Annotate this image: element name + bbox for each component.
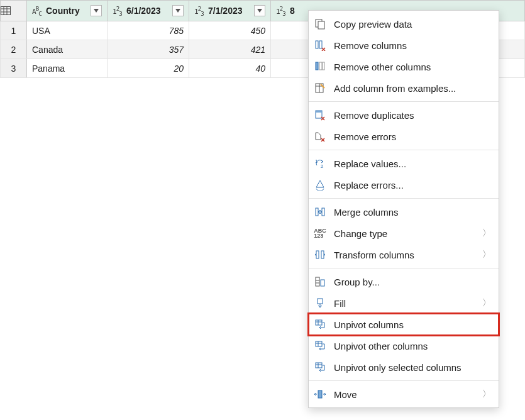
menu-remove-columns[interactable]: Remove columns — [309, 35, 499, 56]
cell-value[interactable]: 20 — [108, 59, 189, 78]
menu-copy-preview[interactable]: Copy preview data — [309, 13, 499, 35]
column-header-6-1-2023[interactable]: 123 6/1/2023 — [108, 1, 189, 21]
svg-rect-11 — [323, 62, 324, 70]
chevron-right-icon: 〉 — [482, 297, 491, 309]
menu-merge-columns[interactable]: Merge columns — [309, 201, 499, 223]
menu-group-by[interactable]: Group by... — [309, 271, 499, 292]
unpivot-other-icon — [314, 340, 326, 352]
column-header-7-1-2023[interactable]: 123 7/1/2023 — [189, 1, 271, 21]
menu-move[interactable]: Move 〉 — [309, 384, 499, 405]
row-number: 1 — [1, 21, 27, 40]
remove-errors-icon — [314, 130, 326, 143]
svg-rect-0 — [1, 7, 11, 15]
change-type-icon: ABC123 — [314, 227, 326, 240]
svg-rect-9 — [316, 62, 318, 70]
svg-rect-37 — [318, 390, 322, 398]
transform-columns-icon — [314, 248, 326, 261]
group-by-icon — [314, 275, 326, 288]
cell-country[interactable]: USA — [27, 21, 108, 40]
svg-rect-7 — [316, 41, 318, 48]
add-column-icon — [314, 82, 326, 94]
cell-value[interactable]: 450 — [189, 21, 271, 40]
cell-value[interactable]: 785 — [108, 21, 189, 40]
menu-unpivot-columns[interactable]: Unpivot columns — [309, 314, 499, 335]
svg-rect-10 — [319, 62, 322, 70]
table-icon — [1, 6, 26, 15]
menu-replace-values[interactable]: 12 Replace values... — [309, 153, 499, 174]
chevron-right-icon: 〉 — [482, 249, 491, 260]
context-menu: Copy preview data Remove columns Remove … — [308, 10, 499, 408]
column-label: 7/1/2023 — [208, 6, 249, 16]
menu-transform-columns[interactable]: Transform columns 〉 — [309, 244, 499, 265]
row-number: 3 — [1, 59, 27, 78]
filter-dropdown-icon[interactable] — [91, 5, 102, 16]
cell-value[interactable]: 357 — [108, 40, 189, 59]
cell-value[interactable]: 40 — [189, 59, 271, 78]
remove-columns-icon — [314, 39, 326, 52]
svg-rect-8 — [319, 41, 322, 48]
remove-other-columns-icon — [314, 60, 326, 73]
svg-rect-28 — [316, 320, 322, 325]
menu-separator — [309, 198, 499, 199]
merge-columns-icon — [314, 206, 326, 218]
filter-dropdown-icon[interactable] — [254, 5, 265, 16]
replace-values-icon: 12 — [314, 157, 326, 170]
cell-country[interactable]: Canada — [27, 40, 108, 59]
cell-value[interactable]: 421 — [189, 40, 271, 59]
menu-remove-other-columns[interactable]: Remove other columns — [309, 56, 499, 77]
svg-rect-16 — [316, 111, 322, 113]
menu-fill[interactable]: Fill 〉 — [309, 292, 499, 314]
menu-separator — [309, 150, 499, 150]
type-number-icon: 123 — [113, 5, 124, 17]
svg-rect-34 — [316, 363, 322, 368]
menu-separator — [309, 101, 499, 102]
remove-duplicates-icon — [314, 109, 326, 121]
move-icon — [314, 388, 326, 401]
chevron-right-icon: 〉 — [482, 228, 491, 239]
menu-change-type[interactable]: ABC123 Change type 〉 — [309, 223, 499, 244]
fill-icon — [314, 297, 326, 309]
svg-rect-22 — [321, 251, 324, 258]
row-number: 2 — [1, 40, 27, 59]
column-label: Country — [46, 6, 86, 16]
menu-separator — [309, 380, 499, 381]
svg-rect-26 — [321, 280, 324, 286]
menu-remove-duplicates[interactable]: Remove duplicates — [309, 104, 499, 126]
replace-errors-icon — [314, 179, 326, 191]
svg-rect-27 — [318, 299, 323, 304]
svg-rect-23 — [316, 277, 319, 286]
type-number-icon: 123 — [276, 5, 287, 17]
row-number-header[interactable] — [1, 1, 27, 21]
menu-replace-errors[interactable]: Replace errors... — [309, 174, 499, 196]
cell-country[interactable]: Panama — [27, 59, 108, 78]
menu-remove-errors[interactable]: Remove errors — [309, 126, 499, 147]
column-header-country[interactable]: ABC Country — [27, 1, 108, 21]
type-number-icon: 123 — [194, 5, 206, 17]
filter-dropdown-icon[interactable] — [172, 5, 184, 16]
svg-rect-31 — [316, 341, 322, 346]
unpivot-icon — [314, 318, 326, 331]
menu-add-column-from-examples[interactable]: Add column from examples... — [309, 77, 499, 99]
menu-unpivot-only-selected[interactable]: Unpivot only selected columns — [309, 356, 499, 378]
chevron-right-icon: 〉 — [482, 389, 491, 400]
svg-rect-21 — [316, 251, 319, 258]
svg-text:2: 2 — [321, 163, 324, 169]
menu-separator — [309, 268, 499, 268]
copy-icon — [314, 18, 326, 30]
type-text-icon: ABC — [32, 5, 43, 17]
svg-rect-6 — [318, 21, 324, 29]
column-label: 6/1/2023 — [126, 6, 167, 16]
unpivot-selected-icon — [314, 361, 326, 373]
menu-unpivot-other-columns[interactable]: Unpivot other columns — [309, 335, 499, 356]
